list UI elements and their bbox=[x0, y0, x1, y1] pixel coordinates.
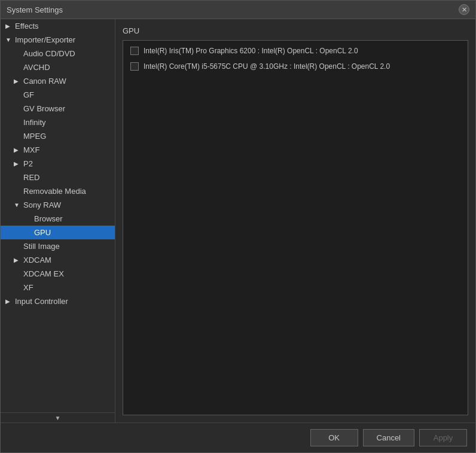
sidebar-scroll-area[interactable]: ▶ Effects▼ Importer/ExporterAudio CD/DVD… bbox=[1, 19, 115, 412]
collapsed-arrow-icon: ▶ bbox=[5, 298, 14, 305]
sidebar-item-label: Browser bbox=[34, 214, 63, 223]
sidebar-item-gpu[interactable]: GPU bbox=[1, 226, 115, 239]
sidebar-item-label: XDCAM bbox=[23, 256, 51, 264]
apply-button[interactable]: Apply bbox=[419, 429, 467, 446]
sidebar-item-label: Effects bbox=[15, 22, 39, 31]
sidebar-item-label: Infinity bbox=[23, 118, 46, 127]
expanded-arrow-icon: ▼ bbox=[5, 37, 14, 43]
sidebar-item-mxf[interactable]: ▶ MXF bbox=[1, 143, 115, 157]
sidebar-item-label: P2 bbox=[23, 159, 33, 168]
sidebar-item-removable-media[interactable]: Removable Media bbox=[1, 184, 115, 198]
panel-title: GPU bbox=[123, 26, 468, 35]
sidebar-item-label: Canon RAW bbox=[23, 77, 66, 86]
ok-button[interactable]: OK bbox=[310, 429, 358, 446]
sidebar-item-xf[interactable]: XF bbox=[1, 281, 115, 294]
sidebar-item-label: XDCAM EX bbox=[23, 269, 64, 278]
collapsed-arrow-icon: ▶ bbox=[5, 23, 14, 29]
sidebar-item-sony-raw[interactable]: ▼ Sony RAW bbox=[1, 198, 115, 212]
sidebar-item-label: RED bbox=[23, 173, 39, 182]
close-button[interactable]: ✕ bbox=[459, 4, 469, 15]
collapsed-arrow-icon: ▶ bbox=[14, 257, 22, 263]
collapsed-arrow-icon: ▶ bbox=[14, 78, 22, 84]
collapsed-arrow-icon: ▶ bbox=[14, 160, 22, 167]
sidebar-item-infinity[interactable]: Infinity bbox=[1, 115, 115, 129]
sidebar-item-audio-cd-dvd[interactable]: Audio CD/DVD bbox=[1, 47, 115, 60]
sidebar-item-canon-raw[interactable]: ▶ Canon RAW bbox=[1, 74, 115, 88]
gpu-list: Intel(R) Iris(TM) Pro Graphics 6200 : In… bbox=[123, 40, 468, 415]
sidebar-item-label: GPU bbox=[34, 228, 51, 237]
sidebar-item-label: Importer/Exporter bbox=[15, 35, 75, 44]
sidebar-item-label: XF bbox=[23, 283, 33, 292]
gpu-checkbox[interactable] bbox=[130, 62, 139, 71]
sidebar-item-label: GF bbox=[23, 90, 34, 99]
dialog-title: System Settings bbox=[7, 5, 63, 14]
sidebar-item-label: Removable Media bbox=[23, 187, 86, 196]
expanded-arrow-icon: ▼ bbox=[14, 202, 22, 208]
sidebar-item-importer-exporter[interactable]: ▼ Importer/Exporter bbox=[1, 33, 115, 47]
gpu-list-item[interactable]: Intel(R) Core(TM) i5-5675C CPU @ 3.10GHz… bbox=[126, 59, 465, 74]
sidebar-item-input-controller[interactable]: ▶ Input Controller bbox=[1, 294, 115, 308]
sidebar-item-label: AVCHD bbox=[23, 63, 50, 72]
sidebar-item-label: Still Image bbox=[23, 242, 60, 251]
sidebar-item-label: GV Browser bbox=[23, 104, 65, 113]
sidebar-item-label: MXF bbox=[23, 145, 39, 154]
gpu-item-label: Intel(R) Core(TM) i5-5675C CPU @ 3.10GHz… bbox=[144, 62, 390, 71]
sidebar-item-still-image[interactable]: Still Image bbox=[1, 239, 115, 253]
sidebar-item-xdcam-ex[interactable]: XDCAM EX bbox=[1, 267, 115, 281]
sidebar-item-gv-browser[interactable]: GV Browser bbox=[1, 102, 115, 115]
sidebar-item-mpeg[interactable]: MPEG bbox=[1, 129, 115, 143]
footer: OK Cancel Apply bbox=[1, 422, 475, 452]
content-area: ▶ Effects▼ Importer/ExporterAudio CD/DVD… bbox=[1, 19, 475, 422]
scroll-down-arrow[interactable]: ▼ bbox=[1, 413, 115, 422]
sidebar-item-avchd[interactable]: AVCHD bbox=[1, 60, 115, 74]
sidebar-item-gf[interactable]: GF bbox=[1, 88, 115, 102]
sidebar-item-label: MPEG bbox=[23, 132, 46, 141]
sidebar-item-effects[interactable]: ▶ Effects bbox=[1, 19, 115, 33]
gpu-item-label: Intel(R) Iris(TM) Pro Graphics 6200 : In… bbox=[144, 47, 358, 55]
sidebar-item-browser[interactable]: Browser bbox=[1, 212, 115, 226]
sidebar-arrows: ▼ bbox=[1, 412, 115, 422]
sidebar-item-p2[interactable]: ▶ P2 bbox=[1, 157, 115, 171]
sidebar: ▶ Effects▼ Importer/ExporterAudio CD/DVD… bbox=[1, 19, 115, 422]
collapsed-arrow-icon: ▶ bbox=[14, 147, 22, 153]
sidebar-item-label: Sony RAW bbox=[23, 200, 61, 209]
sidebar-item-label: Audio CD/DVD bbox=[23, 49, 75, 58]
sidebar-item-red[interactable]: RED bbox=[1, 171, 115, 184]
title-bar: System Settings ✕ bbox=[1, 1, 475, 19]
gpu-list-item[interactable]: Intel(R) Iris(TM) Pro Graphics 6200 : In… bbox=[126, 43, 465, 59]
main-panel: GPU Intel(R) Iris(TM) Pro Graphics 6200 … bbox=[115, 19, 475, 422]
sidebar-item-label: Input Controller bbox=[15, 297, 68, 306]
system-settings-dialog: System Settings ✕ ▶ Effects▼ Importer/Ex… bbox=[0, 0, 476, 453]
cancel-button[interactable]: Cancel bbox=[363, 429, 414, 446]
sidebar-item-xdcam[interactable]: ▶ XDCAM bbox=[1, 253, 115, 267]
gpu-checkbox[interactable] bbox=[130, 47, 139, 55]
